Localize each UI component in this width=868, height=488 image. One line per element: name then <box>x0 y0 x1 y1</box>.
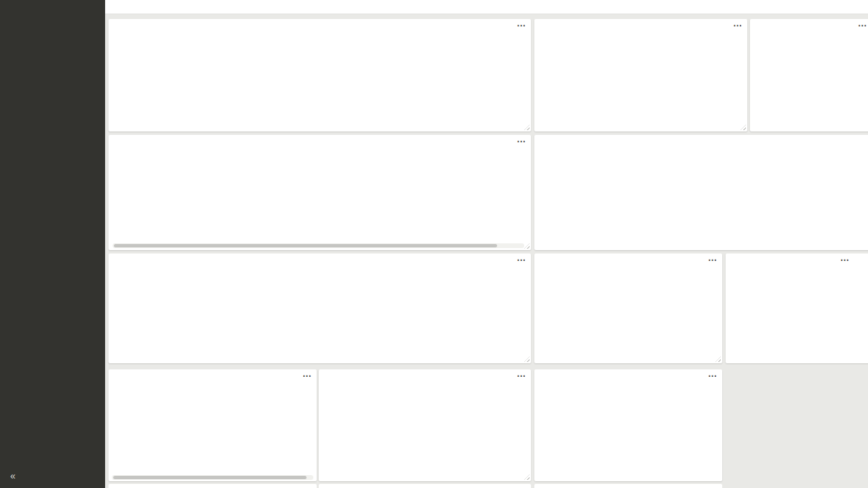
resize-handle[interactable] <box>524 243 530 249</box>
tab-bar <box>105 0 868 14</box>
horizontal-scrollbar <box>112 475 313 480</box>
panel-welcome <box>534 19 747 131</box>
panel-menu-button[interactable] <box>517 255 526 265</box>
donut-center-text <box>186 418 234 433</box>
sidebar: « <box>0 0 105 488</box>
next-row-card-peek <box>108 484 317 488</box>
panel-menu-button[interactable] <box>858 20 867 30</box>
chart-legend <box>142 350 148 351</box>
panel-cash-in-cashpools <box>534 135 868 250</box>
donut-center-text <box>763 78 810 93</box>
resize-handle[interactable] <box>741 125 746 130</box>
target-balance-bar-chart <box>108 268 531 346</box>
panel-target-balance <box>108 253 531 363</box>
panel-main-banks <box>534 253 722 363</box>
panel-unit-reporting-top <box>750 19 868 131</box>
unit-reporting-donut-chart <box>750 19 868 131</box>
resize-handle[interactable] <box>715 357 721 362</box>
panel-unit-reporting-bottom <box>319 369 531 481</box>
collapse-sidebar-button[interactable]: « <box>10 470 16 481</box>
cash-in-cashpools-line-chart <box>534 148 868 249</box>
resize-handle[interactable] <box>524 357 530 362</box>
panel-menu-button[interactable] <box>517 136 526 146</box>
analog-clock <box>534 369 722 481</box>
resize-handle[interactable] <box>524 125 530 130</box>
panel-balance-tracking <box>108 369 317 481</box>
panel-menu-button[interactable] <box>302 371 311 381</box>
brand <box>0 0 105 11</box>
scrollbar-thumb[interactable] <box>113 476 307 479</box>
unit-reporting-donut-chart <box>319 369 531 478</box>
panel-menu-button[interactable] <box>517 371 526 381</box>
panel-menu-button[interactable] <box>517 20 526 30</box>
panel-new-york-clock <box>726 253 868 363</box>
nomentia-dashboard: { "sidebar": { "brand_line1": "NOMENTIA"… <box>0 0 868 488</box>
analog-clock <box>726 253 868 363</box>
panel-menu-button[interactable] <box>708 371 717 381</box>
next-row-card-peek <box>319 484 531 488</box>
donut-center-text <box>612 300 660 314</box>
panel-menu-button[interactable] <box>840 255 849 265</box>
next-row-card-peek <box>534 484 722 488</box>
scrollbar-thumb[interactable] <box>114 244 497 247</box>
chart-legend <box>544 226 549 227</box>
horizontal-scrollbar <box>113 243 524 248</box>
panel-menu-button[interactable] <box>708 255 717 265</box>
panel-helsinki-clock <box>534 369 722 481</box>
donut-center-text <box>401 426 449 441</box>
panel-net-fx-position <box>108 19 531 131</box>
panel-cashpool-summary <box>108 135 531 250</box>
panel-menu-button[interactable] <box>733 20 742 30</box>
